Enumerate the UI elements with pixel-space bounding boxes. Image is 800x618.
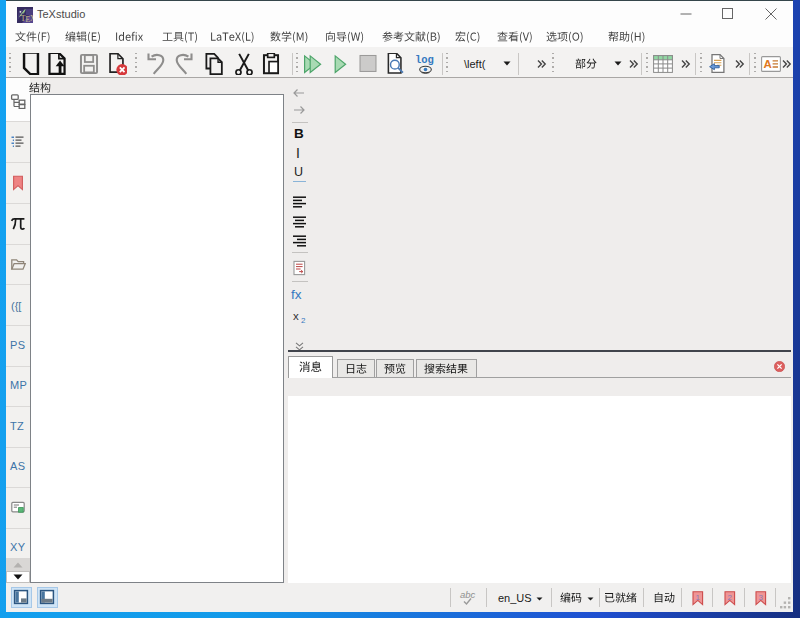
svg-text:abc: abc xyxy=(460,589,476,600)
svg-text:TEX: TEX xyxy=(21,14,33,23)
svg-text:3: 3 xyxy=(758,593,763,602)
svg-text:A: A xyxy=(764,58,772,70)
svg-text:2: 2 xyxy=(727,593,732,602)
svg-text:({[: ({[ xyxy=(11,300,21,312)
svg-text:1: 1 xyxy=(695,593,700,602)
svg-text:log: log xyxy=(415,54,434,66)
